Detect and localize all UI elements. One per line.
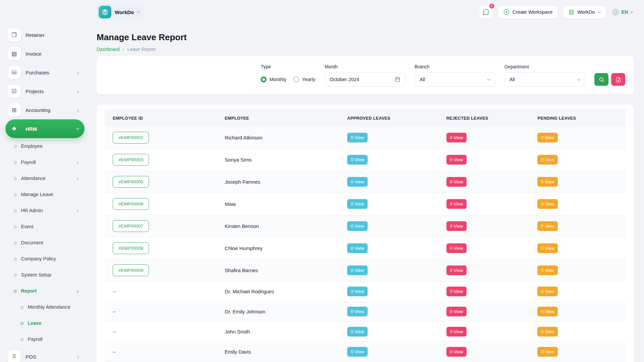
breadcrumb-dashboard-link[interactable]: Dashboard [97, 47, 120, 52]
month-input[interactable]: October 2024 [325, 72, 405, 86]
rejected-view-badge[interactable]: 0 View [446, 347, 467, 357]
sidebar-subitem[interactable]: ◎ Report › [5, 283, 85, 299]
department-label: Department [504, 64, 585, 69]
approved-view-badge[interactable]: 0 View [347, 287, 368, 296]
bullet-icon: ◎ [13, 160, 17, 164]
pending-view-badge[interactable]: 0 View [537, 307, 558, 316]
sidebar-item[interactable]: Projects › [5, 82, 85, 101]
sidebar-subitem[interactable]: ◎ Manage Leave › [5, 186, 85, 202]
approved-view-badge[interactable]: 0 View [347, 265, 368, 275]
export-button[interactable] [611, 73, 625, 86]
plus-circle-icon [503, 9, 509, 15]
pending-view-badge[interactable]: 0 View [537, 287, 558, 296]
approved-view-badge[interactable]: 0 View [347, 327, 368, 337]
branch-select[interactable]: All [415, 72, 495, 86]
create-workspace-button[interactable]: Create Workspace [498, 5, 558, 19]
sidebar-item[interactable]: HRM › [5, 119, 85, 138]
approved-leaves-cell: 0 View [339, 237, 438, 259]
sidebar-subitem[interactable]: ◎ Company Policy › [5, 251, 85, 267]
table-header-row: EMPLOYEE ID EMPLOYEE APPROVED LEAVES REJ… [105, 109, 626, 127]
employee-id-button[interactable]: -- [113, 329, 116, 335]
pending-view-badge[interactable]: 0 View [537, 155, 558, 165]
column-header: PENDING LEAVES [529, 109, 626, 127]
pending-view-badge[interactable]: 0 View [537, 199, 558, 209]
approved-view-badge[interactable]: 0 View [347, 243, 368, 253]
pending-view-badge[interactable]: 0 View [537, 327, 558, 337]
pending-view-badge[interactable]: 0 View [537, 221, 558, 231]
rejected-view-badge[interactable]: 0 View [446, 221, 467, 231]
sidebar-subitem[interactable]: ◎ System Setup › [5, 267, 85, 283]
employee-id-button[interactable]: #EMP00008 [113, 242, 149, 254]
employee-id-button[interactable]: -- [113, 309, 116, 314]
approved-view-badge[interactable]: 0 View [347, 307, 368, 316]
employee-id-button[interactable]: #EMP00002 [113, 132, 149, 143]
pending-view-badge[interactable]: 0 View [537, 347, 558, 357]
sidebar-subitem[interactable]: ◎ Payroll › [5, 154, 85, 170]
employee-id-button[interactable]: #EMP00007 [113, 220, 149, 232]
sidebar-subitem[interactable]: ◎ Employee › [5, 138, 85, 154]
approved-view-badge[interactable]: 0 View [347, 133, 368, 142]
employee-id-button[interactable]: -- [113, 289, 116, 294]
employee-id-button[interactable]: #EMP00006 [113, 198, 149, 210]
sidebar-item-pos[interactable]: POS › [5, 347, 85, 362]
employee-id-button[interactable]: #EMP00009 [113, 264, 149, 276]
rejected-view-badge[interactable]: 0 View [446, 199, 467, 209]
rejected-view-badge[interactable]: 0 View [446, 307, 467, 316]
sidebar-item[interactable]: Invoice › [5, 44, 85, 63]
rejected-view-badge[interactable]: 0 View [446, 327, 467, 337]
bullet-icon: ◎ [13, 273, 17, 277]
pending-view-badge[interactable]: 0 View [537, 243, 558, 253]
employee-name: Kirsten Benson [217, 215, 339, 237]
sidebar-subitem[interactable]: ◎ Document › [5, 235, 85, 251]
sidebar-subitem[interactable]: ◎ HR Admin › [5, 202, 85, 219]
approved-view-badge[interactable]: 0 View [347, 155, 368, 165]
employee-id-button[interactable]: -- [113, 349, 116, 355]
approved-leaves-cell: 0 View [339, 342, 438, 362]
pending-view-badge[interactable]: 0 View [537, 133, 558, 142]
employee-name: Joseph Fiennes [217, 171, 339, 193]
department-select[interactable]: All [504, 72, 585, 86]
radio-unchecked-icon [293, 76, 299, 82]
sidebar-subsubitem[interactable]: ◎ Monthly Attendance › [5, 299, 85, 315]
table-row: #EMP00007 Kirsten Benson 0 View 0 View 0… [105, 215, 626, 237]
chevron-down-icon [597, 10, 601, 13]
pending-view-badge[interactable]: 0 View [537, 177, 558, 187]
workspace-switcher[interactable]: WorkDo [563, 5, 606, 19]
employee-id-button[interactable]: #EMP00003 [113, 154, 149, 166]
column-header: EMPLOYEE ID [105, 109, 217, 127]
sidebar-subsubitem[interactable]: ◎ Leave › [5, 315, 85, 331]
type-yearly-radio[interactable]: Yearly [293, 76, 315, 82]
sidebar-subitem[interactable]: ◎ Event › [5, 219, 85, 235]
rejected-view-badge[interactable]: 0 View [446, 287, 467, 296]
employee-name: Dr. Michael Rodriguez [217, 282, 339, 302]
sidebar-item[interactable]: Retainer › [5, 25, 85, 44]
sidebar-item[interactable]: Purchases › [5, 63, 85, 82]
approved-view-badge[interactable]: 0 View [347, 177, 368, 187]
chevron-down-icon [487, 77, 491, 80]
search-button[interactable] [594, 73, 608, 86]
table-row: #EMP00005 Joseph Fiennes 0 View 0 View 0… [105, 171, 626, 193]
sidebar-subitem[interactable]: ◎ Attendance › [5, 170, 85, 186]
bullet-icon: ◎ [13, 208, 17, 213]
rejected-view-badge[interactable]: 0 View [446, 177, 467, 187]
language-label: EN [622, 9, 628, 15]
employee-name: Maia [217, 193, 339, 215]
sidebar-subsubitem[interactable]: ◎ Payroll › [5, 331, 85, 347]
rejected-view-badge[interactable]: 0 View [446, 155, 467, 165]
workdo-logo-icon [99, 6, 111, 18]
type-monthly-radio[interactable]: Monthly [261, 76, 286, 82]
messages-button[interactable]: 0 [479, 5, 493, 19]
pending-view-badge[interactable]: 0 View [537, 265, 558, 275]
approved-view-badge[interactable]: 0 View [347, 347, 368, 357]
approved-view-badge[interactable]: 0 View [347, 199, 368, 209]
employee-id-button[interactable]: #EMP00005 [113, 176, 149, 188]
rejected-view-badge[interactable]: 0 View [446, 133, 467, 142]
rejected-view-badge[interactable]: 0 View [446, 243, 467, 253]
approved-view-badge[interactable]: 0 View [347, 221, 368, 231]
language-switcher[interactable]: EN [611, 9, 634, 16]
workspace-logo-dropdown[interactable]: WorkDo [97, 4, 144, 20]
sidebar-item[interactable]: Accounting › [5, 101, 85, 119]
employee-name: Dr. Emily Johnson [217, 302, 339, 322]
chevron-down-icon [630, 10, 633, 13]
rejected-view-badge[interactable]: 0 View [446, 265, 467, 275]
